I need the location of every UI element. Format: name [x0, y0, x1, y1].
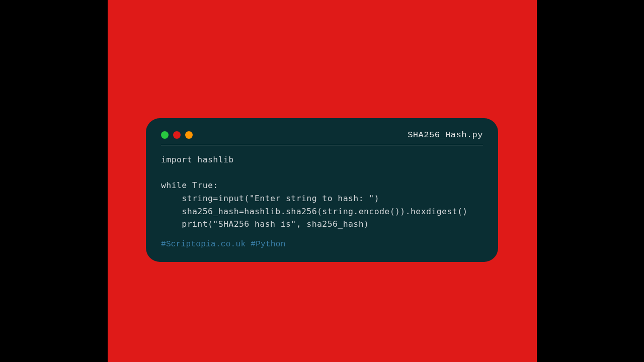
traffic-lights	[161, 131, 193, 139]
code-block: import hashlib while True: string=input(…	[161, 153, 483, 230]
traffic-light-green-icon	[161, 131, 169, 139]
background-panel: SHA256_Hash.py import hashlib while True…	[108, 0, 537, 362]
traffic-light-orange-icon	[185, 131, 193, 139]
tags-line: #Scriptopia.co.uk #Python	[161, 240, 483, 249]
code-window: SHA256_Hash.py import hashlib while True…	[146, 118, 498, 261]
window-filename: SHA256_Hash.py	[408, 130, 483, 140]
traffic-light-red-icon	[173, 131, 181, 139]
titlebar-divider	[161, 145, 483, 145]
window-titlebar: SHA256_Hash.py	[161, 130, 483, 145]
